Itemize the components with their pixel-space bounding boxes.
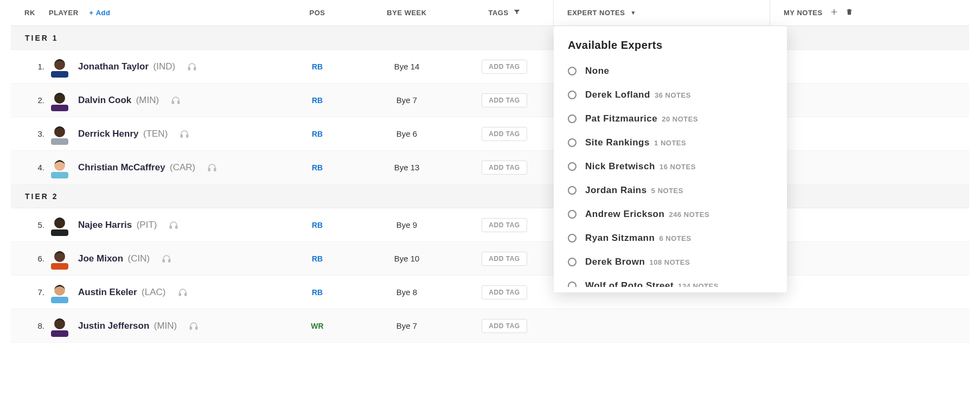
headphone-icon[interactable] (171, 95, 181, 105)
expert-option[interactable]: Derek Brown 108 NOTES (568, 250, 783, 274)
player-row[interactable]: 2. Dalvin Cook (MIN) RB Bye 7 ADD TAG (11, 84, 969, 117)
add-tag-button[interactable]: ADD TAG (482, 161, 527, 175)
expert-note-count: 16 NOTES (659, 163, 696, 171)
svg-rect-27 (184, 293, 186, 296)
expert-option[interactable]: Wolf of Roto Street 134 NOTES (568, 274, 783, 287)
expert-note-count: 246 NOTES (669, 210, 710, 219)
tag-cell: ADD TAG (456, 319, 553, 333)
expert-name: Andrew Erickson (585, 209, 664, 219)
player-row[interactable]: 6. Joe Mixon (CIN) RB Bye 10 ADD TAG (11, 242, 969, 276)
add-tag-button[interactable]: ADD TAG (482, 218, 527, 232)
player-name[interactable]: Christian McCaffrey (78, 162, 165, 173)
expert-option[interactable]: Ryan Sitzmann 6 NOTES (568, 226, 783, 250)
expert-option[interactable]: Site Rankings 1 NOTES (568, 131, 783, 155)
svg-rect-8 (51, 138, 68, 145)
player-name-wrap: Jonathan Taylor (IND) (78, 61, 175, 72)
col-bye: BYE WEEK (358, 9, 456, 17)
headphone-icon[interactable] (180, 129, 189, 139)
player-cell[interactable]: Justin Jefferson (MIN) (49, 315, 277, 337)
col-player-label: PLAYER (49, 9, 79, 17)
player-name[interactable]: Derrick Henry (78, 129, 139, 139)
expert-option[interactable]: None (568, 59, 783, 83)
expert-option[interactable]: Pat Fitzmaurice 20 NOTES (568, 107, 783, 131)
svg-rect-28 (51, 330, 68, 337)
expert-option[interactable]: Derek Lofland 36 NOTES (568, 83, 783, 107)
headphone-icon[interactable] (207, 163, 217, 173)
headphone-icon[interactable] (178, 288, 188, 297)
rank: 2. (11, 95, 49, 105)
expert-option[interactable]: Jordan Rains 5 NOTES (568, 178, 783, 202)
delete-notes-button[interactable] (846, 8, 853, 18)
player-cell[interactable]: Derrick Henry (TEN) (49, 123, 277, 145)
player-name[interactable]: Justin Jefferson (78, 321, 149, 331)
player-cell[interactable]: Joe Mixon (CIN) (49, 248, 277, 270)
player-row[interactable]: 7. Austin Ekeler (LAC) RB Bye 8 ADD TAG (11, 276, 969, 309)
player-name[interactable]: Dalvin Cook (78, 95, 131, 105)
player-cell[interactable]: Najee Harris (PIT) (49, 214, 277, 236)
tag-cell: ADD TAG (456, 60, 553, 74)
col-bye-label: BYE WEEK (387, 9, 426, 17)
svg-rect-10 (181, 135, 183, 137)
avatar (49, 282, 71, 303)
col-pos-label: POS (310, 9, 325, 17)
player-team: (MIN) (136, 95, 159, 105)
player-cell[interactable]: Jonathan Taylor (IND) (49, 56, 277, 78)
add-tag-button[interactable]: ADD TAG (482, 319, 527, 333)
radio-icon (568, 234, 577, 242)
tag-cell: ADD TAG (456, 127, 553, 141)
player-cell[interactable]: Austin Ekeler (LAC) (49, 282, 277, 303)
add-tag-button[interactable]: ADD TAG (482, 285, 527, 299)
add-tag-button[interactable]: ADD TAG (482, 127, 527, 141)
expert-list[interactable]: None Derek Lofland 36 NOTES Pat Fitzmaur… (554, 59, 787, 287)
headphone-icon[interactable] (162, 254, 171, 264)
player-name-wrap: Derrick Henry (TEN) (78, 129, 168, 139)
player-row[interactable]: 3. Derrick Henry (TEN) RB Bye 6 ADD TAG (11, 117, 969, 151)
add-tag-button[interactable]: ADD TAG (482, 93, 527, 107)
expert-label-wrap: Andrew Erickson 246 NOTES (585, 209, 709, 220)
expert-option[interactable]: Nick Bretwisch 16 NOTES (568, 155, 783, 178)
player-name[interactable]: Jonathan Taylor (78, 61, 149, 72)
player-team: (TEN) (143, 129, 168, 139)
position: RB (277, 288, 358, 297)
col-tags[interactable]: TAGS (456, 8, 553, 17)
player-row[interactable]: 1. Jonathan Taylor (IND) RB Bye 14 ADD T… (11, 50, 969, 84)
player-cell[interactable]: Dalvin Cook (MIN) (49, 90, 277, 111)
expert-label-wrap: Ryan Sitzmann 6 NOTES (585, 233, 691, 244)
tag-cell: ADD TAG (456, 218, 553, 232)
add-tag-button[interactable]: ADD TAG (482, 60, 527, 74)
headphone-icon[interactable] (187, 62, 197, 72)
radio-icon (568, 258, 577, 266)
filter-icon[interactable] (513, 8, 521, 17)
expert-name: Site Rankings (585, 137, 650, 148)
expert-name: Ryan Sitzmann (585, 233, 655, 243)
player-row[interactable]: 5. Najee Harris (PIT) RB Bye 9 ADD TAG (11, 208, 969, 242)
avatar (49, 315, 71, 337)
headphone-icon[interactable] (169, 220, 178, 230)
bye-week: Bye 9 (358, 220, 456, 229)
radio-icon (568, 114, 577, 123)
rank: 4. (11, 163, 49, 172)
radio-icon (568, 67, 577, 75)
player-name[interactable]: Joe Mixon (78, 253, 123, 264)
player-cell[interactable]: Christian McCaffrey (CAR) (49, 157, 277, 178)
player-team: (CIN) (128, 253, 150, 264)
add-note-button[interactable] (830, 8, 838, 17)
position: RB (277, 96, 358, 105)
player-name[interactable]: Najee Harris (78, 220, 132, 230)
expert-dropdown: Available Experts None Derek Lofland 36 … (554, 26, 787, 292)
avatar (49, 123, 71, 145)
svg-rect-23 (169, 259, 170, 262)
headphone-icon[interactable] (189, 321, 198, 331)
player-row[interactable]: 8. Justin Jefferson (MIN) WR Bye 7 ADD T… (11, 309, 969, 343)
player-row[interactable]: 4. Christian McCaffrey (CAR) RB Bye 13 A… (11, 151, 969, 184)
tier-header: TIER 1 (11, 26, 969, 50)
add-player-button[interactable]: + Add (89, 9, 111, 17)
rank: 8. (11, 321, 49, 330)
svg-rect-0 (51, 71, 68, 78)
expert-option[interactable]: Andrew Erickson 246 NOTES (568, 202, 783, 226)
add-tag-button[interactable]: ADD TAG (482, 252, 527, 266)
table-header: RK PLAYER + Add POS BYE WEEK TAGS EXPERT… (11, 0, 969, 26)
player-name[interactable]: Austin Ekeler (78, 287, 137, 297)
radio-icon (568, 91, 577, 99)
col-expert-notes[interactable]: EXPERT NOTES ▼ Available Experts None De… (553, 0, 770, 25)
